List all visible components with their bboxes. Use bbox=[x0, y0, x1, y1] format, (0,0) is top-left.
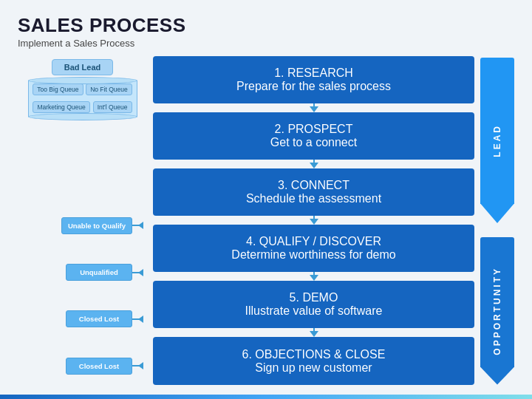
queue-intl: Int'l Queue bbox=[93, 101, 132, 113]
connector-line-4 bbox=[313, 272, 315, 278]
connector-4-5 bbox=[153, 272, 474, 281]
cylinder: Too Big Queue No Fit Queue Marketing Que… bbox=[28, 77, 137, 120]
unable-qualify-label: Unable to Qualify bbox=[61, 217, 132, 234]
arrowhead-1 bbox=[138, 222, 143, 229]
step-1-subtitle: Prepare for the sales process bbox=[163, 80, 464, 93]
closed-lost-1-row: Closed Lost bbox=[18, 301, 147, 338]
step-1-block: 1. RESEARCH Prepare for the sales proces… bbox=[153, 56, 474, 103]
cylinder-top bbox=[28, 77, 137, 84]
step-2-block: 2. PROSPECT Get to a connect bbox=[153, 112, 474, 160]
connector-5-6 bbox=[153, 328, 474, 337]
content-grid: Bad Lead Too Big Queue No Fit Queue Mark… bbox=[18, 56, 514, 385]
slide: SALES PROCESS Implement a Sales Process … bbox=[0, 0, 532, 399]
step-5-title: 5. DEMO bbox=[163, 291, 464, 304]
step-3: 3. CONNECT Schedule the assessment bbox=[153, 168, 474, 216]
connector-line-3 bbox=[313, 216, 315, 222]
lead-label-text: LEAD bbox=[492, 124, 502, 157]
connector-2-3 bbox=[153, 160, 474, 168]
step-6-title: 6. OBJECTIONS & CLOSE bbox=[163, 348, 464, 361]
cylinder-bottom bbox=[28, 113, 137, 120]
queue-too-big: Too Big Queue bbox=[33, 83, 83, 95]
step-4-block: 4. QUALIFY / DISCOVER Determine worthine… bbox=[153, 225, 474, 272]
arrow-unable-qualify bbox=[132, 225, 143, 226]
step-3-subtitle: Schedule the assessment bbox=[163, 192, 464, 205]
step-3-title: 3. CONNECT bbox=[163, 179, 464, 192]
queue-marketing: Marketing Queue bbox=[33, 101, 89, 113]
spacer-3-4 bbox=[18, 245, 147, 254]
spacer-1-2 bbox=[18, 125, 147, 207]
unable-qualify-row: Unable to Qualify bbox=[18, 207, 147, 245]
step-2-title: 2. PROSPECT bbox=[163, 123, 464, 136]
arrowhead-3 bbox=[138, 316, 143, 323]
step-5-block: 5. DEMO Illustrate value of software bbox=[153, 281, 474, 328]
step-6-subtitle: Sign up new customer bbox=[163, 361, 464, 375]
lead-label-block: LEAD bbox=[480, 58, 514, 224]
step-2-subtitle: Get to a connect bbox=[163, 136, 464, 149]
step-4: 4. QUALIFY / DISCOVER Determine worthine… bbox=[153, 225, 474, 272]
header: SALES PROCESS Implement a Sales Process bbox=[18, 15, 514, 49]
lead-sources: Bad Lead Too Big Queue No Fit Queue Mark… bbox=[18, 56, 147, 120]
connector-line-1 bbox=[313, 103, 315, 109]
connector-line-2 bbox=[313, 160, 315, 166]
connector-line-5 bbox=[313, 328, 315, 334]
step-1-title: 1. RESEARCH bbox=[163, 66, 464, 80]
spacer-4-5 bbox=[18, 291, 147, 301]
step-4-title: 4. QUALIFY / DISCOVER bbox=[163, 235, 464, 248]
arrow-closed-lost-1 bbox=[132, 318, 143, 320]
bad-lead-label: Bad Lead bbox=[52, 59, 114, 75]
bottom-bar bbox=[0, 395, 532, 399]
unqualified-label: Unqualified bbox=[66, 264, 132, 281]
arrow-unqualified bbox=[132, 272, 143, 273]
step-2: 2. PROSPECT Get to a connect bbox=[153, 112, 474, 160]
closed-lost-2-label: Closed Lost bbox=[66, 358, 132, 375]
queue-no-fit: No Fit Queue bbox=[86, 83, 132, 95]
opportunity-label-block: OPPORTUNITY bbox=[480, 237, 514, 385]
right-column: LEAD OPPORTUNITY bbox=[480, 56, 514, 385]
step-5-subtitle: Illustrate value of software bbox=[163, 304, 464, 318]
page-subtitle: Implement a Sales Process bbox=[18, 38, 514, 49]
left-column: Bad Lead Too Big Queue No Fit Queue Mark… bbox=[18, 56, 147, 385]
unqualified-row: Unqualified bbox=[18, 253, 147, 291]
connector-3-4 bbox=[153, 216, 474, 225]
arrowhead-2 bbox=[138, 269, 143, 276]
right-gap bbox=[480, 226, 514, 234]
spacer-5-6 bbox=[18, 338, 147, 347]
arrowhead-4 bbox=[138, 362, 143, 369]
closed-lost-2-row: Closed Lost bbox=[18, 347, 147, 385]
step-6-block: 6. OBJECTIONS & CLOSE Sign up new custom… bbox=[153, 337, 474, 384]
arrow-closed-lost-2 bbox=[132, 365, 143, 366]
opportunity-label-text: OPPORTUNITY bbox=[492, 267, 502, 355]
step-3-block: 3. CONNECT Schedule the assessment bbox=[153, 168, 474, 216]
closed-lost-1-label: Closed Lost bbox=[66, 310, 132, 327]
step-6: 6. OBJECTIONS & CLOSE Sign up new custom… bbox=[153, 337, 474, 384]
step-1: 1. RESEARCH Prepare for the sales proces… bbox=[153, 56, 474, 103]
connector-1-2 bbox=[153, 103, 474, 112]
step-4-subtitle: Determine worthiness for demo bbox=[163, 248, 464, 262]
side-labels-container: Unable to Qualify Unqualified Clos bbox=[18, 120, 147, 385]
step-5: 5. DEMO Illustrate value of software bbox=[153, 281, 474, 328]
page-title: SALES PROCESS bbox=[18, 15, 514, 36]
steps-column: 1. RESEARCH Prepare for the sales proces… bbox=[147, 56, 480, 385]
